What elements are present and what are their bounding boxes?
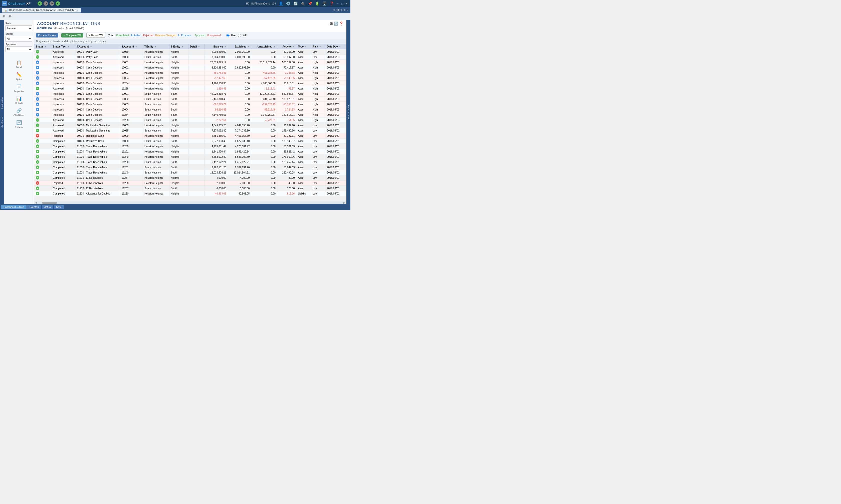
col-date-due[interactable]: Date Due ▼ bbox=[325, 44, 346, 49]
title-normal: RECONCILIATIONS bbox=[59, 21, 100, 26]
col-balance[interactable]: Balance ▼ bbox=[205, 44, 228, 49]
nav-properties[interactable]: 📄 Properties bbox=[8, 83, 30, 94]
table-row[interactable]: ● Completed 11000 - Trade Receivables 11… bbox=[34, 160, 346, 165]
cell-s-account: 11238 bbox=[120, 118, 143, 123]
role-select[interactable]: Preparer bbox=[5, 25, 32, 31]
nav-child-recs[interactable]: 🔗 Child Recs bbox=[8, 107, 30, 118]
maximize-button[interactable]: □ bbox=[340, 2, 344, 5]
scroll-thumb[interactable] bbox=[42, 202, 57, 204]
table-row[interactable]: ● Inprocess 10100 - Cash Deposits 10003 … bbox=[34, 70, 346, 75]
col-unexplained[interactable]: Unexplained ▼ bbox=[251, 44, 277, 49]
tab-close-button[interactable]: ✕ bbox=[76, 9, 78, 12]
table-row[interactable]: ● Inprocess 10100 - Cash Deposits 10001 … bbox=[34, 60, 346, 65]
minimize-button[interactable]: ─ bbox=[336, 2, 339, 5]
cell-t-account: 11300 - Allowance for Doubtfu bbox=[75, 191, 120, 196]
nav-icon-2[interactable]: ⧉ bbox=[50, 1, 54, 6]
wf-radio[interactable] bbox=[238, 34, 241, 37]
help-icon[interactable]: ❓ bbox=[330, 1, 334, 5]
top-icons: ● ⟳ ⧉ ● bbox=[37, 1, 60, 6]
cell-unexplained: 0.00 bbox=[251, 49, 277, 54]
plugin-icon[interactable]: 🔌 bbox=[301, 1, 305, 5]
data-table-container[interactable]: Status ▼ Status Text ▼ T.Account ▼ S.Acc… bbox=[34, 44, 346, 201]
nav-quick[interactable]: ✏️ Quick bbox=[8, 71, 30, 82]
nav-refresh[interactable]: 🔄 Refresh bbox=[8, 119, 30, 130]
filter-button[interactable]: ⊟ bbox=[1, 14, 6, 19]
table-row[interactable]: ● Rejected 10400 - Restricted Cash 11090… bbox=[34, 133, 346, 139]
complete-wf-button[interactable]: ✓ Complete WF bbox=[61, 33, 83, 37]
table-row[interactable]: ● Completed 11000 - Trade Receivables 11… bbox=[34, 144, 346, 149]
table-row[interactable]: ● Inprocess 10100 - Cash Deposits 10001 … bbox=[34, 91, 346, 96]
table-row[interactable]: ✓ Approved 10300 - Marketable Securities… bbox=[34, 128, 346, 133]
table-row[interactable]: ● Completed 11000 - Trade Receivables 11… bbox=[34, 170, 346, 175]
table-row[interactable]: ● Completed 11200 - IC Receivables 11257… bbox=[34, 175, 346, 180]
table-row[interactable]: ● Completed 10400 - Restricted Cash 1109… bbox=[34, 139, 346, 144]
table-row[interactable]: ✓ Approved 10100 - Cash Deposits 11238 H… bbox=[34, 86, 346, 91]
table-row[interactable]: ✓ Approved 10000 - Petty Cash 11080 Sout… bbox=[34, 54, 346, 60]
close-button[interactable]: ✕ bbox=[345, 2, 348, 5]
table-row[interactable]: ✓ Approved 10000 - Petty Cash 11080 Hous… bbox=[34, 49, 346, 54]
cell-s-account: 11258 bbox=[120, 180, 143, 186]
grid-view-icon[interactable]: ⊞ bbox=[330, 21, 333, 25]
main-tab[interactable]: 📊 Dashboard – Account Reconciliations Gr… bbox=[2, 8, 81, 13]
nav-detail[interactable]: 📋 Detail bbox=[8, 58, 30, 70]
table-row[interactable]: ● Inprocess 10100 - Cash Deposits 10003 … bbox=[34, 102, 346, 107]
table-row[interactable]: ● Completed 11200 - IC Receivables 11257… bbox=[34, 186, 346, 191]
col-risk[interactable]: Risk ▼ bbox=[311, 44, 325, 49]
col-detail[interactable]: Detail ▼ bbox=[188, 44, 205, 49]
bottom-tab-new[interactable]: New bbox=[54, 205, 64, 209]
cell-explained: 3,004,890.00 bbox=[228, 54, 251, 60]
status-icon-2[interactable]: ● bbox=[55, 1, 60, 6]
col-activity[interactable]: Activity ▼ bbox=[277, 44, 296, 49]
grid-button[interactable]: ⊞ bbox=[7, 14, 13, 19]
cell-s-entity: South bbox=[169, 96, 188, 102]
user-radio[interactable] bbox=[226, 34, 229, 37]
zoom-icon-2[interactable]: ⊞ bbox=[343, 9, 345, 12]
cell-t-account: 10100 - Cash Deposits bbox=[75, 118, 120, 123]
nav-icon-1[interactable]: ⟳ bbox=[44, 1, 48, 6]
bottom-tab-dashboard[interactable]: Dashboard – Acco bbox=[1, 205, 27, 209]
table-row[interactable]: ● Inprocess 10100 - Cash Deposits 10002 … bbox=[34, 96, 346, 102]
table-row[interactable]: ✓ Approved 10300 - Marketable Securities… bbox=[34, 123, 346, 128]
col-s-account[interactable]: S.Account ▼ bbox=[120, 44, 143, 49]
cell-t-entity: Houston Heights bbox=[143, 75, 169, 81]
col-type[interactable]: Type ▼ bbox=[296, 44, 311, 49]
bottom-tab-actua[interactable]: Actua bbox=[42, 205, 53, 209]
col-explained[interactable]: Explained ▼ bbox=[228, 44, 251, 49]
status-icon-1[interactable]: ● bbox=[37, 1, 42, 6]
table-row[interactable]: ● Rejected 11200 - IC Receivables 11258 … bbox=[34, 180, 346, 186]
settings-icon[interactable]: ⚙️ bbox=[286, 1, 290, 5]
approval-select[interactable]: All bbox=[5, 47, 32, 52]
table-row[interactable]: ● Inprocess 10100 - Cash Deposits 11234 … bbox=[34, 112, 346, 118]
table-row[interactable]: ● Completed 11000 - Trade Receivables 11… bbox=[34, 154, 346, 160]
process-recons-button[interactable]: Process Recons bbox=[36, 33, 58, 37]
table-row[interactable]: ● Completed 11000 - Trade Receivables 11… bbox=[34, 149, 346, 154]
close-view-button[interactable]: ✕ bbox=[346, 9, 348, 12]
nav-all-audit[interactable]: 📊 All Audit bbox=[8, 94, 30, 106]
zoom-icon-1[interactable]: ⊟ bbox=[333, 9, 335, 12]
refresh-icon[interactable]: 🔄 bbox=[293, 1, 297, 5]
table-row[interactable]: ✓ Approved 10100 - Cash Deposits 11238 S… bbox=[34, 118, 346, 123]
col-t-account[interactable]: T.Account ▼ bbox=[75, 44, 120, 49]
bottom-tab-houston[interactable]: Houston bbox=[27, 205, 41, 209]
table-row[interactable]: ● Completed 11300 - Allowance for Doubtf… bbox=[34, 191, 346, 196]
col-status-text[interactable]: Status Text ▼ bbox=[51, 44, 75, 49]
table-row[interactable]: ● Completed 11000 - Trade Receivables 11… bbox=[34, 165, 346, 170]
pin-icon[interactable]: 📌 bbox=[308, 1, 312, 5]
scroll-left-arrow[interactable]: ◀ bbox=[35, 201, 37, 204]
horizontal-scrollbar[interactable]: ◀ ▶ bbox=[34, 201, 346, 204]
cell-s-entity: Heights bbox=[169, 60, 188, 65]
col-t-entity[interactable]: T.Entity ▼ bbox=[143, 44, 169, 49]
refresh-header-icon[interactable]: 🔄 bbox=[334, 21, 338, 25]
col-status[interactable]: Status ▼ bbox=[34, 44, 51, 49]
cell-balance: -86,216.48 bbox=[205, 107, 228, 112]
scroll-right-arrow[interactable]: ▶ bbox=[343, 201, 345, 204]
table-row[interactable]: ● Inprocess 10100 - Cash Deposits 11234 … bbox=[34, 81, 346, 86]
table-row[interactable]: ● Inprocess 10100 - Cash Deposits 10002 … bbox=[34, 65, 346, 70]
revert-wf-button[interactable]: ✓ Revert WF bbox=[86, 33, 106, 38]
col-s-entity[interactable]: S.Entity ▼ bbox=[169, 44, 188, 49]
table-row[interactable]: ● Inprocess 10100 - Cash Deposits 10004 … bbox=[34, 75, 346, 81]
table-row[interactable]: ● Inprocess 10100 - Cash Deposits 10004 … bbox=[34, 107, 346, 112]
status-select[interactable]: All bbox=[5, 36, 32, 41]
help-header-icon[interactable]: ❓ bbox=[339, 21, 343, 25]
cell-explained: 3,620,893.60 bbox=[228, 65, 251, 70]
